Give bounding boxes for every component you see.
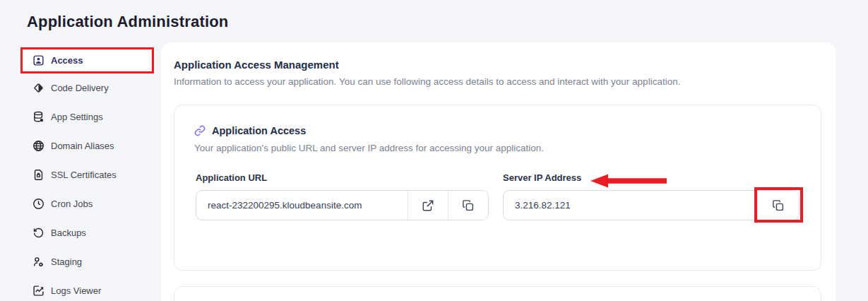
sidebar-item-access[interactable]: Access [21, 47, 154, 73]
sidebar-item-ssl-certificates[interactable]: SSL Certificates [21, 160, 154, 189]
section-heading: Application Access Management [174, 59, 339, 71]
external-link-icon [422, 199, 434, 212]
sidebar-item-label: Domain Aliases [51, 141, 114, 151]
sidebar-item-logs-viewer[interactable]: Logs Viewer [21, 276, 154, 301]
application-url-field: Application URL [196, 172, 489, 220]
application-url-input[interactable] [196, 191, 408, 220]
user-badge-icon [32, 54, 44, 66]
sidebar-item-app-settings[interactable]: App Settings [21, 102, 154, 131]
copy-icon [462, 199, 475, 212]
file-lock-icon [32, 169, 44, 181]
section-description: Information to access your application. … [174, 76, 680, 87]
server-ip-field: Server IP Address [503, 172, 799, 220]
sidebar-item-label: Cron Jobs [51, 199, 93, 209]
sidebar-item-label: Staging [51, 256, 82, 267]
copy-url-button[interactable] [448, 191, 488, 220]
application-url-input-group [196, 190, 489, 220]
sidebar-item-code-delivery[interactable]: Code Delivery [21, 73, 154, 102]
sidebar-item-label: App Settings [51, 112, 103, 122]
server-ip-input[interactable] [504, 191, 757, 220]
user-gear-icon [32, 256, 44, 268]
chart-line-icon [32, 285, 44, 297]
application-access-card: Application Access Your application's pu… [174, 105, 821, 271]
sidebar-item-backups[interactable]: Backups [21, 218, 154, 247]
card-description: Your application's public URL and server… [194, 143, 544, 153]
server-ip-input-group [503, 190, 799, 220]
diamond-icon [32, 82, 44, 94]
copy-icon [772, 199, 785, 212]
rotate-icon [32, 227, 44, 239]
sidebar-item-label: Code Delivery [51, 83, 109, 93]
card-header: Application Access [194, 125, 306, 136]
database-icon [32, 111, 44, 123]
sidebar-item-domain-aliases[interactable]: Domain Aliases [21, 131, 154, 160]
sidebar-item-staging[interactable]: Staging [21, 247, 154, 276]
open-url-button[interactable] [408, 191, 448, 220]
clock-icon [32, 198, 44, 210]
application-url-label: Application URL [196, 172, 489, 190]
sidebar: Access Code Delivery App Settings Domain… [21, 47, 154, 301]
globe-icon [32, 140, 44, 152]
main-panel: Application Access Management Informatio… [161, 42, 836, 301]
sidebar-item-label: Logs Viewer [51, 285, 101, 296]
page-title: Application Administration [27, 13, 229, 31]
sidebar-item-label: Backups [51, 228, 86, 238]
link-icon [194, 125, 206, 136]
copy-ip-button[interactable] [757, 191, 799, 220]
card-title: Application Access [212, 125, 306, 136]
server-ip-label: Server IP Address [503, 172, 799, 190]
next-card-partial [174, 286, 821, 301]
sidebar-item-label: SSL Certificates [51, 170, 117, 180]
sidebar-item-cron-jobs[interactable]: Cron Jobs [21, 189, 154, 218]
sidebar-item-label: Access [51, 55, 83, 66]
